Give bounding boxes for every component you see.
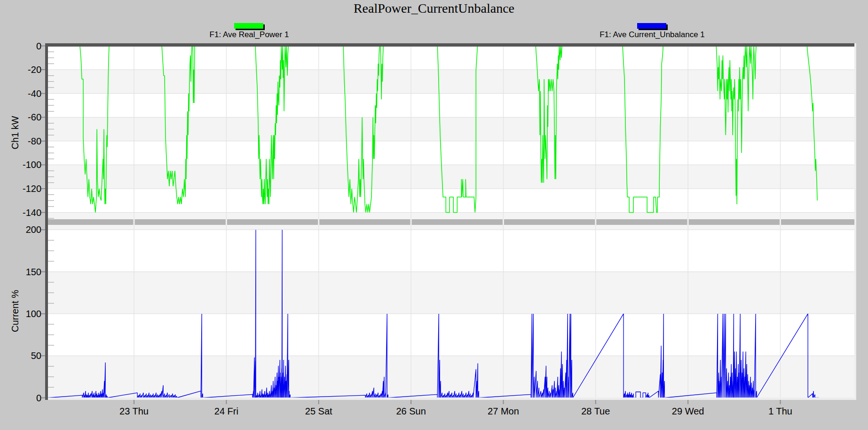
y-tick-label-power: -80 bbox=[0, 135, 41, 147]
x-tick-label: 27 Mon bbox=[470, 406, 536, 417]
x-tick-label: 29 Wed bbox=[655, 406, 721, 417]
y-tick-label-power: -140 bbox=[0, 207, 41, 218]
y-tick-label-power: -20 bbox=[0, 64, 41, 75]
x-tick-label: 25 Sat bbox=[286, 406, 352, 417]
charts-canvas bbox=[0, 0, 868, 430]
x-tick-label: 24 Fri bbox=[193, 406, 259, 417]
y-tick-label-power: -60 bbox=[0, 111, 41, 123]
chart-viewer-window: { "title": "RealPower_CurrentUnbalance",… bbox=[0, 0, 868, 430]
x-tick-label: 28 Tue bbox=[563, 406, 629, 417]
y-tick-label-unbalance: 50 bbox=[0, 350, 41, 361]
x-tick-label: 26 Sun bbox=[378, 406, 444, 417]
y-tick-label-power: -120 bbox=[0, 183, 41, 194]
y-tick-label-unbalance: 200 bbox=[0, 224, 41, 235]
y-tick-label-unbalance: 150 bbox=[0, 266, 41, 278]
x-tick-label: 1 Thu bbox=[748, 406, 813, 417]
y-tick-label-unbalance: 100 bbox=[0, 308, 41, 319]
y-tick-label-unbalance: 0 bbox=[0, 392, 41, 404]
y-tick-label-power: -40 bbox=[0, 88, 41, 99]
y-tick-label-power: 0 bbox=[0, 40, 41, 52]
x-tick-label: 23 Thu bbox=[101, 406, 167, 417]
y-tick-label-power: -100 bbox=[0, 159, 41, 170]
